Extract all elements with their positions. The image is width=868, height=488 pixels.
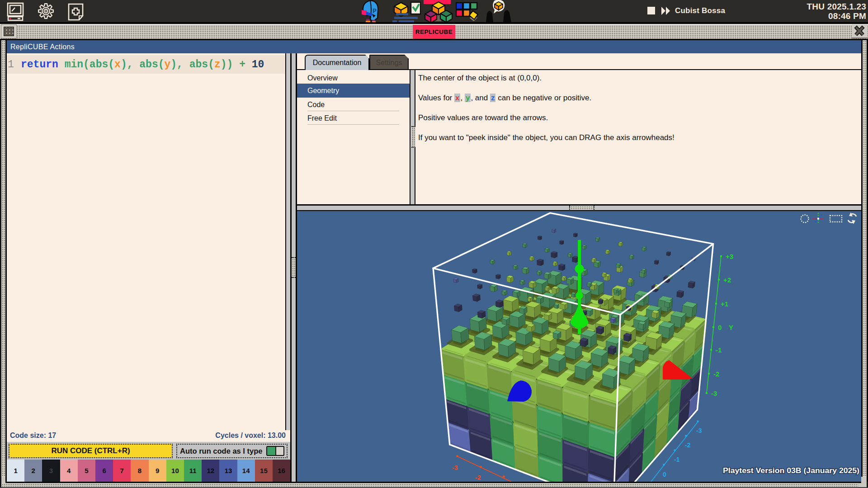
- svg-text:+3: +3: [726, 253, 733, 260]
- svg-text:-3: -3: [696, 427, 702, 434]
- svg-text:-3: -3: [452, 464, 458, 471]
- svg-text:-3: -3: [711, 389, 717, 397]
- svg-text:-2: -2: [713, 370, 719, 378]
- svg-text:Y: Y: [729, 324, 733, 331]
- svg-text:-1: -1: [716, 346, 722, 354]
- svg-text:P: P: [373, 8, 377, 15]
- svg-text:+2: +2: [723, 276, 731, 284]
- svg-text:-2: -2: [475, 474, 481, 481]
- svg-text:-2: -2: [685, 441, 691, 449]
- svg-text:Playtest Version 03B (January: Playtest Version 03B (January 2025): [723, 466, 859, 475]
- svg-text:-1: -1: [674, 456, 680, 463]
- svg-text:+1: +1: [721, 300, 728, 308]
- svg-text:0: 0: [663, 471, 666, 478]
- svg-text:0: 0: [718, 324, 722, 331]
